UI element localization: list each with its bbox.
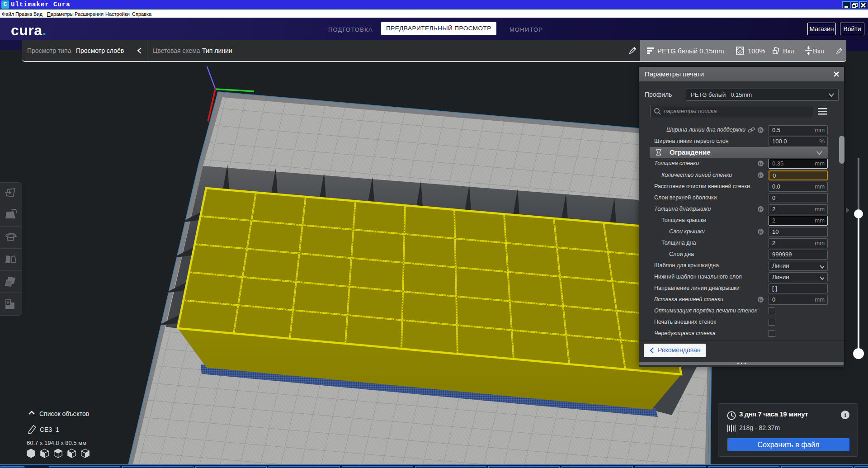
svg-text:60.7 x 194.8 x 80.5 мм: 60.7 x 194.8 x 80.5 мм: [27, 440, 86, 446]
svg-text:CE3_1: CE3_1: [40, 426, 59, 433]
svg-text:Список объектов: Список объектов: [39, 410, 89, 417]
